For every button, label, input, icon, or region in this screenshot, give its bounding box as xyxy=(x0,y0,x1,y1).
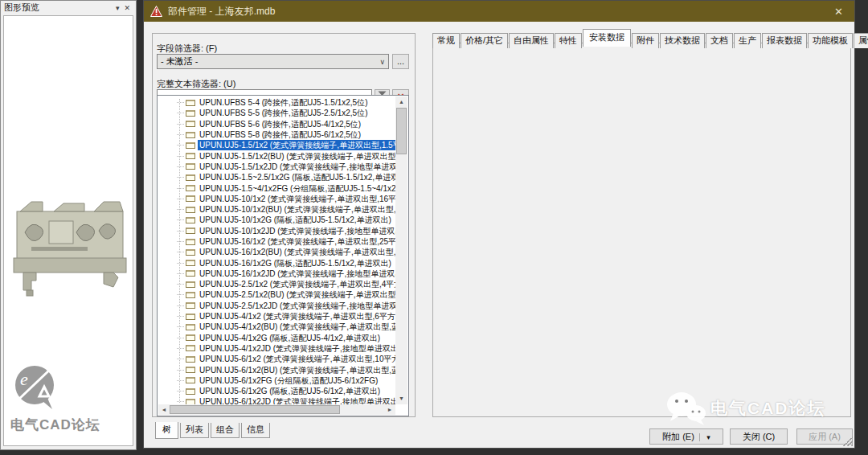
tree-connector xyxy=(177,338,184,338)
tree-item[interactable]: UPUN.UJ5-1.5~4/1x2FG (分组隔板,适配UJ5-1.5~4/1… xyxy=(158,182,395,193)
extras-button[interactable]: 附加 (E) ▾ xyxy=(649,428,723,445)
tree-item-label: UPUN.UFBS 5-5 (跨接件,适配UJ5-2.5/1x2,5位) xyxy=(198,108,370,118)
tree-item[interactable]: UPUN.UJ5-10/1x2 (笼式弹簧接线端子,单进双出型,16平方,6 xyxy=(158,194,395,204)
tree-item-label: UPUN.UJ5-6/1x2 (笼式弹簧接线端子,单进双出型,10平方,52 xyxy=(198,354,395,364)
tree-item[interactable]: UPUN.UJ5-4/1x2 (笼式弹簧接线端子,单进双出型,6平方,40A xyxy=(158,311,395,322)
tree-item[interactable]: UPUN.UJ5-6/1x2G (隔板,适配UJ5-6/1x2,单进双出) xyxy=(158,386,395,396)
tree-item[interactable]: UPUN.UJ5-1.5/1x2(BU) (笼式弹簧接线端子,单进双出型,蓝色 xyxy=(158,150,395,161)
tree-item-label: UPUN.UJ5-10/1x2 (笼式弹簧接线端子,单进双出型,16平方,6 xyxy=(198,194,395,204)
part-folder-icon xyxy=(186,334,195,341)
tree-item[interactable]: UPUN.UJ5-1.5~2.5/1x2G (隔板,适配UJ5-1.5/1x2,… xyxy=(158,172,395,182)
tree-connector xyxy=(177,401,184,402)
field-filter-select[interactable]: - 未激活 - ∨ xyxy=(157,54,389,69)
tree-item[interactable]: UPUN.UJ5-10/1x2(BU) (笼式弹簧接线端子,单进双出型,蓝色 xyxy=(158,204,395,215)
tree-item[interactable]: UPUN.UJ5-2.5/1x2(BU) (笼式弹簧接线端子,单进双出型,蓝 xyxy=(158,289,395,300)
part-folder-icon xyxy=(186,356,195,363)
part-folder-icon xyxy=(186,132,195,138)
tree-connector xyxy=(177,156,184,157)
close-icon[interactable]: ✕ xyxy=(121,4,133,12)
close-button[interactable]: 关闭 (C) xyxy=(730,428,788,445)
tab-文档[interactable]: 文档 xyxy=(706,33,733,48)
tree-item[interactable]: UPUN.UJ5-16/1x2JD (笼式弹簧接线端子,接地型单进双出,2 xyxy=(158,268,395,279)
tree-item[interactable]: UPUN.UJ5-10/1x2G (隔板,适配UJ5-1.5/1x2,单进双出) xyxy=(158,215,395,225)
tab-生产[interactable]: 生产 xyxy=(734,33,761,48)
tree-item[interactable]: UPUN.UJ5-4/1x2JD (笼式弹簧接线端子,接地型单进双出,6平 xyxy=(158,343,395,354)
tab-特性[interactable]: 特性 xyxy=(555,33,582,48)
scroll-right-icon[interactable]: ► xyxy=(384,404,395,415)
part-folder-icon xyxy=(186,110,195,117)
property-tabs: 常规价格/其它自由属性特性安装数据附件技术数据文档生产报表数据功能模板属性安全值 xyxy=(432,29,868,45)
tab-附件[interactable]: 附件 xyxy=(632,33,659,48)
tree-item-label: UPUN.UJ5-1.5/1x2(BU) (笼式弹簧接线端子,单进双出型,蓝色 xyxy=(198,151,395,162)
tree-connector xyxy=(177,273,184,274)
tree-item-label: UPUN.UJ5-4/1x2 (笼式弹簧接线端子,单进双出型,6平方,40A xyxy=(198,311,395,322)
part-folder-icon xyxy=(186,281,195,288)
part-folder-icon xyxy=(186,249,195,256)
tab-价格/其它[interactable]: 价格/其它 xyxy=(461,33,508,48)
tab-自由属性[interactable]: 自由属性 xyxy=(509,33,554,48)
tree-item[interactable]: UPUN.UJ5-16/1x2G (隔板,适配UJ5-1.5/1x2,单进双出) xyxy=(158,257,395,268)
part-folder-icon xyxy=(186,207,195,213)
part-folder-icon xyxy=(186,260,195,266)
preview-title: 图形预览 xyxy=(4,2,39,14)
tree-connector xyxy=(177,134,184,135)
tree-item[interactable]: UPUN.UJ5-6/1x2 (笼式弹簧接线端子,单进双出型,10平方,52 xyxy=(158,354,395,364)
tab-常规[interactable]: 常规 xyxy=(432,33,460,48)
horizontal-scroll-thumb[interactable] xyxy=(170,405,340,414)
tree-item[interactable]: UPUN.UJ5-6/1x2JD (笼式弹簧接线端子,接地型单进双出,10 xyxy=(158,396,395,404)
tab-安装数据[interactable]: 安装数据 xyxy=(583,29,631,47)
part-folder-icon xyxy=(186,377,195,383)
tree-horizontal-scrollbar[interactable]: ◄ ► xyxy=(158,404,395,415)
tab-技术数据[interactable]: 技术数据 xyxy=(660,33,705,48)
tab-功能模板[interactable]: 功能模板 xyxy=(808,33,853,48)
resize-grip[interactable] xyxy=(843,437,853,446)
part-folder-icon xyxy=(186,292,195,298)
tree-item[interactable]: UPUN.UJ5-6/1x2FG (分组隔板,适配UJ5-6/1x2FG) xyxy=(158,375,395,386)
tree-item[interactable]: UPUN.UJ5-6/1x2(BU) (笼式弹簧接线端子,单进双出型,蓝色 xyxy=(158,364,395,375)
tree-item[interactable]: UPUN.UJ5-2.5/1x2JD (笼式弹簧接线端子,接地型单进双出, xyxy=(158,301,395,311)
view-tab-组合[interactable]: 组合 xyxy=(211,423,240,438)
tree-vertical-scrollbar[interactable]: ▲ ▼ xyxy=(395,96,407,404)
tree-item[interactable]: UPUN.UJ5-1.5/1x2JD (笼式弹簧接线端子,接地型单进双出, xyxy=(158,162,395,172)
scroll-up-icon[interactable]: ▲ xyxy=(395,96,407,108)
tree-connector xyxy=(177,209,184,210)
chevron-down-icon[interactable]: ▾ xyxy=(113,4,122,12)
window-title: 部件管理 - 上海友邦.mdb xyxy=(168,5,829,18)
tree-item-label: UPUN.UJ5-6/1x2JD (笼式弹簧接线端子,接地型单进双出,10 xyxy=(198,396,395,404)
tree-item[interactable]: UPUN.UJ5-1.5/1x2 (笼式弹簧接线端子,单进双出型,1.5平方 xyxy=(158,140,395,150)
field-filter-browse-button[interactable]: ... xyxy=(392,54,409,69)
tree-item[interactable]: UPUN.UFBS 5-6 (跨接件,适配UJ5-4/1x2,5位) xyxy=(158,119,395,129)
part-folder-icon xyxy=(186,100,195,106)
parts-management-window: 部件管理 - 上海友邦.mdb ✕ 字段筛选器: (F) - 未激活 - ∨ .… xyxy=(143,0,855,449)
tree-item[interactable]: UPUN.UJ5-2.5/1x2 (笼式弹簧接线端子,单进双出型,4平方,2 xyxy=(158,279,395,289)
tree-connector xyxy=(177,113,184,113)
tree-item[interactable]: UPUN.UJ5-10/1x2JD (笼式弹簧接线端子,接地型单进双出,1 xyxy=(158,226,395,236)
preview-title-bar: 图形预览 ▾ ✕ xyxy=(1,1,136,14)
tree-item[interactable]: UPUN.UJ5-4/1x2G (隔板,适配UJ5-4/1x2,单进双出) xyxy=(158,333,395,343)
scroll-down-icon[interactable]: ▼ xyxy=(395,393,407,404)
tree-item-label: UPUN.UJ5-2.5/1x2(BU) (笼式弹簧接线端子,单进双出型,蓝 xyxy=(198,289,395,300)
tree-item[interactable]: UPUN.UJ5-16/1x2 (笼式弹簧接线端子,单进双出型,25平方,9 xyxy=(158,236,395,247)
graphic-preview-panel: 图形预览 ▾ ✕ e xyxy=(0,0,137,450)
tree-item[interactable]: UPUN.UJ5-16/1x2(BU) (笼式弹簧接线端子,单进双出型,蓝色 xyxy=(158,247,395,257)
scroll-left-icon[interactable]: ◄ xyxy=(158,404,170,415)
window-close-icon[interactable]: ✕ xyxy=(829,6,848,18)
tree-connector xyxy=(177,219,184,220)
tree-item[interactable]: UPUN.UFBS 5-5 (跨接件,适配UJ5-2.5/1x2,5位) xyxy=(158,108,395,118)
tab-报表数据[interactable]: 报表数据 xyxy=(762,33,807,48)
view-tab-列表[interactable]: 列表 xyxy=(180,423,209,438)
tree-item[interactable]: UPUN.UJ5-4/1x2(BU) (笼式弹簧接线端子,单进双出型,蓝色, xyxy=(158,322,395,332)
view-tab-信息[interactable]: 信息 xyxy=(241,423,270,438)
fulltext-filter-label: 完整文本筛选器: (U) xyxy=(157,78,235,90)
tree-item[interactable]: UPUN.UFBS 5-4 (跨接件,适配UJ5-1.5/1x2,5位) xyxy=(158,97,395,108)
forum-logo: e 电气CAD论坛 xyxy=(10,364,131,434)
part-folder-icon xyxy=(186,121,195,127)
view-tab-树[interactable]: 树 xyxy=(155,422,178,439)
part-folder-icon xyxy=(186,153,195,159)
tab-属性[interactable]: 属性 xyxy=(854,33,868,48)
vertical-scroll-thumb[interactable] xyxy=(396,108,407,154)
tree-item-label: UPUN.UJ5-10/1x2JD (笼式弹簧接线端子,接地型单进双出,1 xyxy=(198,226,395,236)
tree-item-label: UPUN.UFBS 5-4 (跨接件,适配UJ5-1.5/1x2,5位) xyxy=(198,97,370,108)
tree-item[interactable]: UPUN.UFBS 5-8 (跨接件,适配UJ5-6/1x2,5位) xyxy=(158,129,395,140)
tree-item-label: UPUN.UJ5-16/1x2 (笼式弹簧接线端子,单进双出型,25平方,9 xyxy=(198,236,395,247)
